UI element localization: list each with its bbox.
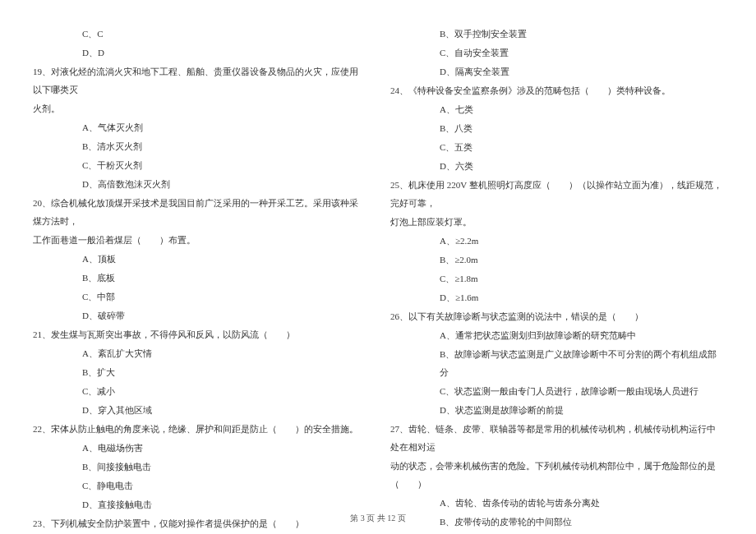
q19-text: 19、对液化烃的流淌火灾和地下工程、船舶、贵重仪器设备及物品的火灾，应使用以下哪…	[33, 62, 366, 99]
q22-opt-a: A、电磁场伤害	[33, 439, 366, 457]
q21-text: 21、发生煤与瓦斯突出事故，不得停风和反风，以防风流（ ）	[33, 325, 366, 343]
q21-opt-a: A、紊乱扩大灾情	[33, 344, 366, 362]
q22-opt-c: C、静电电击	[33, 476, 366, 495]
q26-opt-b: B、故障诊断与状态监测是广义故障诊断中不可分割的两个有机组成部分	[390, 345, 723, 381]
right-column: B、双手控制安全装置 C、自动安全装置 D、隔离安全装置 24、《特种设备安全监…	[390, 25, 723, 534]
q24-opt-a: A、七类	[390, 100, 723, 118]
left-column: C、C D、D 19、对液化烃的流淌火灾和地下工程、船舶、贵重仪器设备及物品的火…	[33, 25, 366, 534]
option-d: D、D	[33, 44, 366, 62]
q25-text2: 灯泡上部应装灯罩。	[390, 213, 723, 231]
q27-opt-a: A、齿轮、齿条传动的齿轮与齿条分离处	[390, 494, 723, 512]
q22-opt-b: B、间接接触电击	[33, 458, 366, 476]
q21-opt-b: B、扩大	[33, 363, 366, 381]
q20-text: 20、综合机械化放顶煤开采技术是我国目前广泛采用的一种开采工艺。采用该种采煤方法…	[33, 194, 366, 230]
q22-opt-d: D、直接接触电击	[33, 495, 366, 513]
q19-opt-b: B、清水灭火剂	[33, 137, 366, 155]
q19-opt-a: A、气体灭火剂	[33, 118, 366, 136]
q20-opt-b: B、底板	[33, 269, 366, 287]
q25-opt-b: B、≥2.0m	[390, 251, 723, 269]
q21-opt-c: C、减小	[33, 382, 366, 400]
q19-opt-c: C、干粉灭火剂	[33, 156, 366, 174]
q24-opt-b: B、八类	[390, 119, 723, 137]
document-page: C、C D、D 19、对液化烃的流淌火灾和地下工程、船舶、贵重仪器设备及物品的火…	[0, 0, 756, 534]
q23-opt-b: B、双手控制安全装置	[390, 25, 723, 43]
q26-opt-c: C、状态监测一般由专门人员进行，故障诊断一般由现场人员进行	[390, 382, 723, 400]
q20-opt-a: A、顶板	[33, 250, 366, 268]
q22-text: 22、宋体从防止触电的角度来说，绝缘、屏护和间距是防止（ ）的安全措施。	[33, 420, 366, 438]
q20-text2: 工作面巷道一般沿着煤层（ ）布置。	[33, 231, 366, 249]
q19-text2: 火剂。	[33, 99, 366, 117]
q19-opt-d: D、高倍数泡沫灭火剂	[33, 175, 366, 193]
q27-text2: 动的状态，会带来机械伤害的危险。下列机械传动机构部位中，属于危险部位的是（ ）	[390, 457, 723, 493]
page-footer: 第 3 页 共 12 页	[0, 513, 756, 524]
q25-text: 25、机床使用 220V 整机照明灯高度应（ ）（以操作站立面为准），线距规范，…	[390, 176, 723, 212]
q24-opt-d: D、六类	[390, 157, 723, 175]
q25-opt-c: C、≥1.8m	[390, 269, 723, 288]
q24-opt-c: C、五类	[390, 138, 723, 156]
q27-text: 27、齿轮、链条、皮带、联轴器等都是常用的机械传动机构，机械传动机构运行中处在相…	[390, 420, 723, 456]
q24-text: 24、《特种设备安全监察条例》涉及的范畴包括（ ）类特种设备。	[390, 81, 723, 99]
q21-opt-d: D、穿入其他区域	[33, 401, 366, 419]
option-c: C、C	[33, 25, 366, 43]
q23-opt-d: D、隔离安全装置	[390, 62, 723, 81]
q25-opt-a: A、≥2.2m	[390, 232, 723, 250]
q20-opt-c: C、中部	[33, 288, 366, 306]
q25-opt-d: D、≥1.6m	[390, 288, 723, 306]
q23-opt-c: C、自动安全装置	[390, 44, 723, 62]
q20-opt-d: D、破碎带	[33, 306, 366, 325]
q26-opt-a: A、通常把状态监测划归到故障诊断的研究范畴中	[390, 326, 723, 344]
q26-opt-d: D、状态监测是故障诊断的前提	[390, 401, 723, 419]
q26-text: 26、以下有关故障诊断与状态监测的说法中，错误的是（ ）	[390, 307, 723, 325]
